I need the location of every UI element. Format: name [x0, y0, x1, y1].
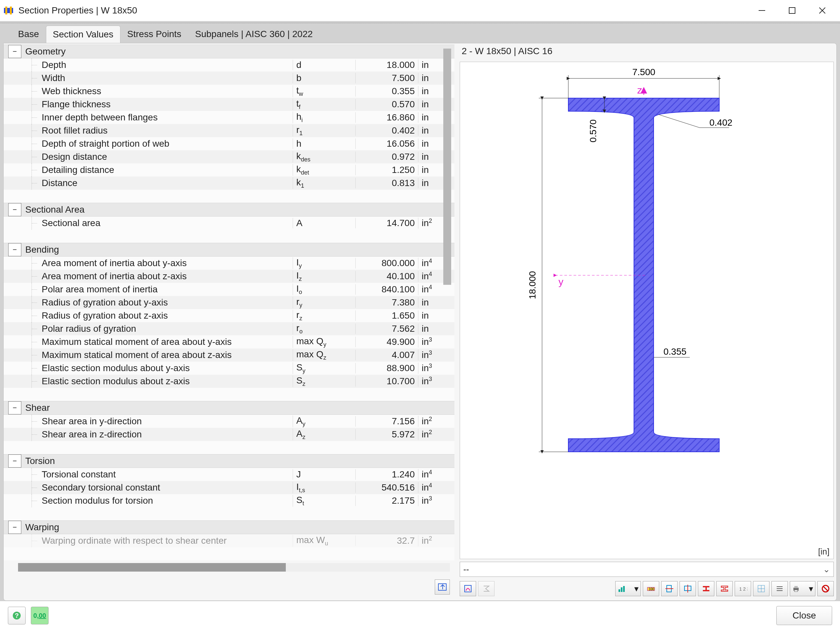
property-value: 0.813: [355, 178, 418, 188]
property-row[interactable]: Maximum statical moment of area about z-…: [4, 349, 455, 362]
tab-subpanels-aisc-360-2022[interactable]: Subpanels | AISC 360 | 2022: [188, 25, 320, 43]
dimension-z-button[interactable]: [679, 581, 696, 596]
property-label: Torsional constant: [39, 469, 293, 480]
chevron-down-icon: ▾: [634, 584, 638, 594]
horizontal-scrollbar[interactable]: [18, 563, 450, 572]
help-button[interactable]: ?: [8, 607, 25, 624]
ruler-button[interactable]: 100: [643, 581, 659, 596]
property-label: Maximum statical moment of area about y-…: [39, 337, 293, 347]
delete-view-button[interactable]: [817, 581, 834, 596]
property-value: 840.100: [355, 284, 418, 295]
property-label: Secondary torsional constant: [39, 482, 293, 493]
collapse-icon[interactable]: −: [8, 45, 21, 58]
dimension-y-button[interactable]: [661, 581, 677, 596]
units-button[interactable]: 0,00: [31, 607, 49, 624]
property-row[interactable]: Inner depth between flangeshi16.860in: [4, 111, 455, 124]
property-row[interactable]: Shear area in z-directionAz5.972in2: [4, 428, 455, 441]
section-outline-button[interactable]: [716, 581, 733, 596]
property-row[interactable]: Web thicknesstw0.355in: [4, 85, 455, 98]
reset-view-button[interactable]: [460, 581, 476, 596]
property-row[interactable]: Sectional areaA14.700in2: [4, 216, 455, 230]
maximize-button[interactable]: [777, 2, 807, 19]
property-symbol: hi: [293, 112, 355, 124]
vertical-scrollbar[interactable]: [443, 49, 451, 285]
close-window-button[interactable]: [807, 2, 837, 19]
property-row[interactable]: Area moment of inertia about z-axisIz40.…: [4, 270, 455, 283]
dim-width-label: 7.500: [632, 67, 655, 77]
property-row[interactable]: Polar radius of gyrationro7.562in: [4, 322, 455, 335]
property-label: Elastic section modulus about y-axis: [39, 363, 293, 373]
property-symbol: kdet: [293, 164, 355, 176]
collapse-icon[interactable]: −: [8, 455, 21, 467]
property-row[interactable]: Radius of gyration about z-axisrz1.650in: [4, 309, 455, 322]
property-symbol: ry: [293, 297, 355, 309]
tab-base[interactable]: Base: [11, 25, 46, 43]
property-unit: in3: [418, 376, 455, 387]
properties-pane: −GeometryDepthd18.000inWidthb7.500inWeb …: [4, 43, 455, 600]
property-row[interactable]: Maximum statical moment of area about y-…: [4, 335, 455, 349]
property-row[interactable]: Depthd18.000in: [4, 58, 455, 71]
collapse-icon[interactable]: −: [8, 203, 21, 216]
property-row[interactable]: Section modulus for torsionSt2.175in3: [4, 494, 455, 507]
property-unit: in4: [418, 482, 455, 493]
property-row[interactable]: Design distancekdes0.972in: [4, 150, 455, 163]
number-labels-button[interactable]: 1 2 3: [735, 581, 751, 596]
property-row[interactable]: Depth of straight portion of webh16.056i…: [4, 137, 455, 150]
property-unit: in2: [418, 429, 455, 440]
property-row[interactable]: Widthb7.500in: [4, 71, 455, 85]
axis-z-label: z: [637, 85, 642, 95]
collapse-icon[interactable]: −: [8, 521, 21, 534]
property-label: Section modulus for torsion: [39, 496, 293, 506]
section-fill-button[interactable]: [698, 581, 714, 596]
property-label: Inner depth between flanges: [39, 112, 293, 123]
property-symbol: ro: [293, 323, 355, 335]
property-row[interactable]: Distancek10.813in: [4, 177, 455, 189]
collapse-icon[interactable]: −: [8, 243, 21, 256]
close-button[interactable]: Close: [776, 606, 832, 625]
category-shear[interactable]: −Shear: [4, 401, 455, 415]
property-unit: in3: [418, 363, 455, 373]
svg-rect-4: [789, 8, 795, 13]
property-label: Flange thickness: [39, 99, 293, 110]
tab-section-values[interactable]: Section Values: [46, 25, 120, 43]
dim-fillet-label: 0.402: [709, 117, 733, 128]
svg-line-17: [658, 115, 699, 128]
property-unit: in: [418, 297, 455, 308]
property-row[interactable]: Detailing distancekdet1.250in: [4, 163, 455, 177]
property-label: Sectional area: [39, 218, 293, 228]
property-symbol: A: [293, 218, 355, 228]
property-row[interactable]: Polar area moment of inertiaIo840.100in4: [4, 283, 455, 296]
category-bending[interactable]: −Bending: [4, 243, 455, 257]
property-value: 1.240: [355, 469, 418, 480]
category-torsion[interactable]: −Torsion: [4, 454, 455, 468]
minimize-button[interactable]: [747, 2, 777, 19]
property-row[interactable]: Warping ordinate with respect to shear c…: [4, 534, 455, 547]
property-row[interactable]: Torsional constantJ1.240in4: [4, 468, 455, 481]
property-row[interactable]: Elastic section modulus about y-axisSy88…: [4, 362, 455, 375]
tab-stress-points[interactable]: Stress Points: [120, 25, 188, 43]
preview-combo[interactable]: -- ⌄: [460, 562, 834, 577]
property-row[interactable]: Area moment of inertia about y-axisIy800…: [4, 257, 455, 270]
print-button[interactable]: ▾: [790, 581, 815, 596]
section-canvas[interactable]: 18.000 7.500: [460, 62, 834, 559]
collapse-icon[interactable]: −: [8, 401, 21, 414]
list-button[interactable]: [771, 581, 788, 596]
property-row[interactable]: Flange thicknesstf0.570in: [4, 98, 455, 111]
dim-web-label: 0.355: [663, 346, 687, 357]
svg-rect-2: [10, 6, 12, 14]
property-row[interactable]: Radius of gyration about y-axisry7.380in: [4, 296, 455, 309]
property-row[interactable]: Root fillet radiusr10.402in: [4, 124, 455, 137]
property-row[interactable]: Secondary torsional constantIt,s540.516i…: [4, 481, 455, 494]
category-geometry[interactable]: −Geometry: [4, 45, 455, 58]
dim-depth-label: 18.000: [527, 271, 537, 299]
category-sectional-area[interactable]: −Sectional Area: [4, 203, 455, 216]
category-warping[interactable]: −Warping: [4, 520, 455, 534]
property-symbol: St: [293, 495, 355, 507]
property-row[interactable]: Shear area in y-directionAy7.156in2: [4, 415, 455, 428]
view-mode-button[interactable]: ▾: [615, 581, 641, 596]
sigma-button[interactable]: [478, 581, 494, 596]
grid-toggle-button[interactable]: [753, 581, 769, 596]
property-value: 10.700: [355, 376, 418, 387]
export-button[interactable]: [435, 579, 450, 595]
property-row[interactable]: Elastic section modulus about z-axisSz10…: [4, 375, 455, 388]
